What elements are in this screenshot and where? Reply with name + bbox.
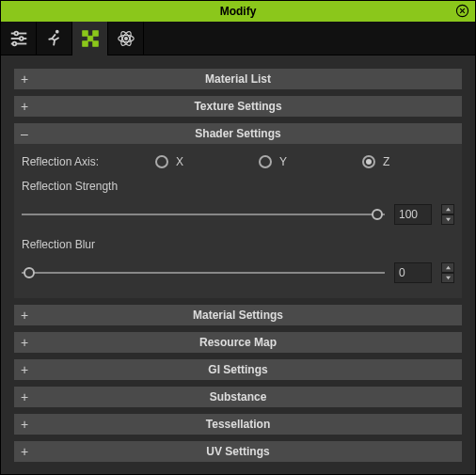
reflection-strength-label: Reflection Strength — [22, 180, 454, 193]
section-header-material-list[interactable]: + Material List — [14, 69, 462, 89]
reflection-axis-row: Reflection Axis: X Y Z — [22, 155, 454, 168]
svg-rect-11 — [92, 31, 98, 37]
spin-down-button[interactable] — [441, 214, 454, 225]
svg-point-8 — [12, 42, 16, 46]
section-uv-settings: + UV Settings — [14, 441, 462, 462]
shader-settings-body: Reflection Axis: X Y Z — [14, 144, 462, 298]
runner-icon — [44, 28, 65, 49]
expand-icon: + — [14, 363, 35, 376]
section-header-shader-settings[interactable]: – Shader Settings — [14, 123, 462, 144]
svg-rect-10 — [82, 31, 87, 37]
reflection-strength-block: Reflection Strength 100 — [22, 180, 454, 225]
expand-icon: + — [14, 72, 35, 86]
radio-x-text: X — [176, 155, 183, 168]
tab-bar — [1, 22, 475, 55]
expand-icon: + — [14, 390, 35, 404]
reflection-strength-input[interactable]: 100 — [394, 204, 432, 225]
section-label: Tessellation — [14, 418, 462, 431]
section-material-settings: + Material Settings — [14, 305, 462, 325]
svg-marker-20 — [446, 218, 451, 221]
radio-y[interactable]: Y — [259, 155, 287, 168]
svg-point-6 — [19, 37, 23, 40]
tab-runner[interactable] — [37, 22, 72, 55]
section-label: Shader Settings — [14, 127, 462, 140]
chevron-down-icon — [445, 276, 452, 280]
slider-thumb[interactable] — [372, 209, 383, 220]
radio-z[interactable]: Z — [362, 155, 389, 168]
svg-point-18 — [124, 38, 127, 40]
section-label: Substance — [14, 390, 462, 404]
radio-z-text: Z — [383, 155, 389, 168]
svg-point-9 — [55, 30, 58, 34]
section-substance: + Substance — [14, 387, 462, 407]
section-header-texture-settings[interactable]: + Texture Settings — [14, 96, 462, 117]
reflection-axis-group: X Y Z — [155, 155, 389, 168]
expand-icon: + — [14, 336, 35, 349]
reflection-blur-slider[interactable] — [22, 272, 385, 274]
section-header-substance[interactable]: + Substance — [14, 387, 462, 407]
tab-sliders[interactable] — [1, 22, 37, 55]
expand-icon: + — [14, 418, 35, 431]
collapse-icon: – — [14, 127, 35, 140]
section-label: Texture Settings — [14, 100, 462, 113]
expand-icon: + — [14, 100, 35, 113]
atom-icon — [116, 28, 136, 49]
section-resource-map: + Resource Map — [14, 332, 462, 353]
section-label: UV Settings — [14, 445, 462, 458]
svg-point-4 — [14, 32, 18, 36]
spin-up-button[interactable] — [441, 204, 454, 214]
section-label: Material Settings — [14, 309, 462, 322]
reflection-blur-label: Reflection Blur — [22, 238, 454, 251]
close-x-icon — [455, 4, 469, 18]
modify-window: Modify — [0, 0, 476, 475]
section-header-gi-settings[interactable]: + GI Settings — [14, 359, 462, 380]
section-header-resource-map[interactable]: + Resource Map — [14, 332, 462, 353]
radio-y-text: Y — [279, 155, 287, 168]
reflection-strength-spinner — [441, 204, 454, 225]
section-label: GI Settings — [14, 363, 462, 376]
svg-rect-14 — [92, 41, 98, 47]
chevron-down-icon — [445, 217, 452, 222]
section-label: Material List — [14, 72, 462, 86]
svg-rect-13 — [82, 41, 87, 47]
section-header-tessellation[interactable]: + Tessellation — [14, 414, 462, 435]
spin-up-button[interactable] — [441, 262, 454, 273]
chevron-up-icon — [445, 265, 452, 270]
tab-checker[interactable] — [72, 22, 108, 55]
section-header-uv-settings[interactable]: + UV Settings — [14, 441, 462, 462]
svg-marker-19 — [446, 208, 451, 211]
reflection-strength-slider[interactable] — [22, 214, 385, 215]
tab-atom[interactable] — [108, 22, 144, 55]
reflection-axis-label: Reflection Axis: — [22, 155, 99, 168]
chevron-up-icon — [445, 207, 452, 212]
section-header-material-settings[interactable]: + Material Settings — [14, 305, 462, 325]
expand-icon: + — [14, 309, 35, 322]
section-material-list: + Material List — [14, 69, 462, 89]
reflection-blur-input[interactable]: 0 — [394, 262, 432, 283]
section-gi-settings: + GI Settings — [14, 359, 462, 380]
section-label: Resource Map — [14, 336, 462, 349]
close-button[interactable] — [455, 4, 469, 18]
reflection-blur-block: Reflection Blur 0 — [22, 238, 454, 283]
radio-x[interactable]: X — [155, 155, 183, 168]
reflection-blur-spinner — [441, 262, 454, 283]
content-area: + Material List + Texture Settings – Sha… — [1, 55, 475, 474]
checker-icon — [80, 28, 101, 49]
slider-thumb[interactable] — [24, 267, 35, 278]
section-texture-settings: + Texture Settings — [14, 96, 462, 117]
section-shader-settings: – Shader Settings Reflection Axis: X Y — [14, 123, 462, 298]
section-tessellation: + Tessellation — [14, 414, 462, 435]
window-title: Modify — [220, 5, 257, 18]
svg-marker-21 — [446, 266, 451, 269]
radio-icon — [155, 155, 168, 168]
title-bar: Modify — [1, 1, 475, 22]
radio-icon — [362, 155, 375, 168]
radio-icon — [259, 155, 272, 168]
expand-icon: + — [14, 445, 35, 458]
sliders-icon — [8, 28, 29, 49]
svg-marker-22 — [446, 277, 451, 279]
spin-down-button[interactable] — [441, 273, 454, 283]
svg-rect-12 — [87, 36, 93, 41]
